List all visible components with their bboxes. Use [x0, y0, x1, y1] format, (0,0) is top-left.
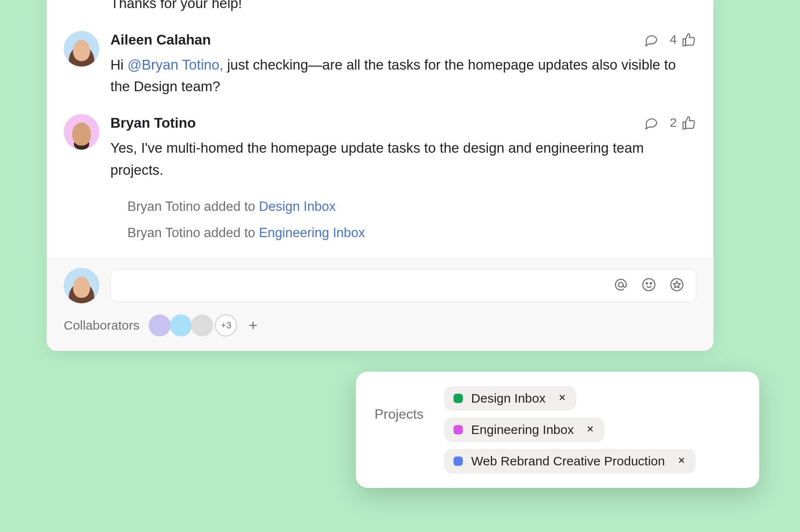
comment-item: Bryan Totino Yes, I've multi-homed the h…: [64, 106, 696, 189]
like-count: 2: [670, 115, 677, 130]
svg-point-2: [646, 283, 648, 284]
appreciation-icon[interactable]: [669, 277, 685, 294]
comment-item: Aileen Calahan Hi @Bryan Totino, just ch…: [64, 22, 696, 106]
project-chip[interactable]: Engineering Inbox: [444, 417, 605, 442]
project-color-dot: [454, 425, 463, 434]
project-chip-label: Design Inbox: [471, 391, 546, 406]
comment-actions: 4: [643, 32, 696, 47]
comment-feed: Thanks for your help! Aileen Calahan Hi …: [47, 0, 713, 250]
task-pane: Thanks for your help! Aileen Calahan Hi …: [47, 0, 713, 351]
composer-area: Collaborators +3: [47, 258, 713, 351]
remove-project-icon[interactable]: [677, 454, 686, 468]
project-chips: Design Inbox Engineering Inbox Web Rebra…: [444, 386, 696, 473]
collaborators-avatars: +3: [149, 314, 264, 336]
collaborators-more[interactable]: +3: [215, 314, 237, 336]
project-chip[interactable]: Design Inbox: [444, 386, 576, 411]
comment-actions: 2: [643, 115, 696, 130]
comment-author[interactable]: Bryan Totino: [110, 115, 696, 131]
emoji-icon[interactable]: [641, 277, 657, 294]
collaborators-row: Collaborators +3: [64, 314, 696, 336]
projects-label: Projects: [375, 386, 424, 422]
reply-icon[interactable]: [643, 32, 659, 47]
like-button[interactable]: 2: [670, 115, 696, 130]
activity-log: Bryan Totino added to Design Inbox Bryan…: [64, 189, 696, 250]
svg-point-0: [618, 282, 623, 287]
comment-text: Yes, I've multi-homed the homepage updat…: [110, 137, 696, 180]
collaborators-label: Collaborators: [64, 318, 139, 333]
user-mention[interactable]: @Bryan Totino,: [127, 57, 223, 73]
avatar[interactable]: [64, 31, 99, 67]
project-color-dot: [454, 456, 463, 466]
collaborator-avatar[interactable]: [191, 314, 213, 336]
svg-point-3: [650, 283, 651, 284]
projects-popover: Projects Design Inbox Engineering Inbox …: [356, 372, 759, 488]
remove-project-icon[interactable]: [586, 423, 595, 437]
svg-point-1: [643, 278, 655, 291]
comment-item: Thanks for your help!: [64, 0, 696, 22]
comment-text: Hi @Bryan Totino, just checking—are all …: [110, 54, 696, 97]
project-link[interactable]: Engineering Inbox: [259, 225, 365, 240]
comment-text: Thanks for your help!: [110, 0, 696, 14]
project-chip[interactable]: Web Rebrand Creative Production: [444, 449, 696, 473]
at-mention-icon[interactable]: [613, 277, 629, 294]
comment-author[interactable]: Aileen Calahan: [110, 32, 696, 48]
comment-input[interactable]: [110, 269, 696, 302]
like-button[interactable]: 4: [670, 32, 696, 47]
collaborator-avatar[interactable]: [149, 314, 171, 336]
project-color-dot: [454, 394, 463, 403]
current-user-avatar[interactable]: [64, 268, 99, 303]
collaborator-avatar[interactable]: [170, 314, 192, 336]
project-chip-label: Engineering Inbox: [471, 423, 574, 437]
add-collaborator-button[interactable]: [242, 314, 264, 336]
remove-project-icon[interactable]: [558, 392, 567, 405]
project-link[interactable]: Design Inbox: [259, 199, 336, 214]
activity-entry: Bryan Totino added to Design Inbox: [127, 193, 696, 220]
activity-entry: Bryan Totino added to Engineering Inbox: [127, 220, 696, 246]
avatar[interactable]: [64, 114, 99, 150]
like-count: 4: [670, 32, 677, 47]
project-chip-label: Web Rebrand Creative Production: [471, 454, 665, 468]
reply-icon[interactable]: [643, 115, 659, 130]
